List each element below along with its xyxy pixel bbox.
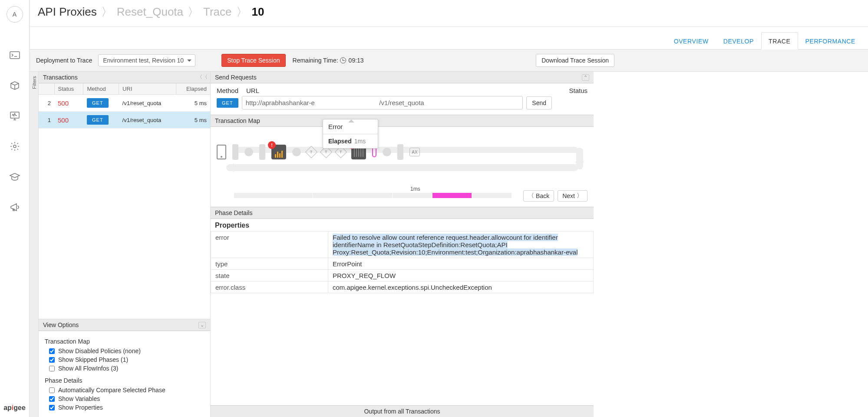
stop-trace-button[interactable]: Stop Trace Session [221, 54, 285, 67]
tooltip-title: Error [323, 119, 378, 134]
filters-toggle[interactable]: Filters [30, 72, 39, 417]
chevron-down-icon[interactable]: ⌄ [198, 322, 206, 328]
trace-toolbar: Deployment to Trace Environment test, Re… [30, 50, 868, 72]
download-trace-button[interactable]: Download Trace Session [536, 54, 614, 67]
chevron-right-icon: 〉 [101, 4, 112, 20]
crumb-revision: 10 [252, 5, 264, 19]
method-button[interactable]: GET [217, 98, 238, 108]
content: Filters Transactions 〈〈 Status Meth [30, 72, 868, 417]
opt-disabled-policies[interactable]: Show Disabled Policies (none) [49, 348, 204, 354]
col-status: Status [54, 83, 83, 95]
analytics-icon[interactable]: AX [409, 148, 420, 156]
gear-icon[interactable] [9, 141, 20, 152]
method-badge: GET [87, 115, 109, 125]
clock-icon [340, 57, 346, 63]
properties-table: errorFailed to resolve allow count refer… [211, 231, 594, 293]
right-panel: Send Requests ⌃ Method URL Status GET ht… [211, 72, 594, 417]
opt-all-flowinfos[interactable]: Show All FlowInfos (3) [49, 365, 204, 372]
svg-point-2 [13, 145, 16, 148]
left-rail: A apigee [0, 0, 30, 417]
transactions-table: Status Method URI Elapsed 2 500 GET /v1/… [39, 83, 210, 129]
opt-show-variables[interactable]: Show Variables [49, 395, 204, 402]
transaction-map: Error Elapsed1ms ! T T [211, 127, 594, 173]
quota-policy-icon[interactable]: ! [271, 145, 286, 159]
crumb-proxy[interactable]: Reset_Quota [117, 5, 183, 19]
transactions-header: Transactions 〈〈 [39, 72, 210, 83]
deployment-label: Deployment to Trace [36, 57, 92, 64]
transaction-map-header: Transaction Map [211, 115, 594, 127]
environment-dropdown[interactable]: Environment test, Revision 10 [98, 54, 195, 66]
method-badge: GET [87, 98, 109, 108]
tab-develop[interactable]: DEVELOP [716, 32, 761, 50]
chevron-right-icon: 〉 [236, 4, 248, 20]
tabs-bar: OVERVIEW DEVELOP TRACE PERFORMANCE [30, 27, 868, 50]
method-label: Method [217, 87, 246, 94]
avatar[interactable]: A [7, 6, 23, 23]
chevron-up-icon[interactable]: ⌃ [582, 74, 589, 81]
collapse-left-icon[interactable]: 〈〈 [197, 73, 208, 81]
flow-bar [259, 144, 265, 160]
output-bar: Output from all Transactions [211, 405, 594, 417]
chevron-right-icon: 〉 [188, 4, 199, 20]
error-tooltip: Error Elapsed1ms [323, 119, 378, 149]
col-elapsed: Elapsed [176, 83, 210, 95]
flow-bar [397, 144, 403, 160]
left-panel: Filters Transactions 〈〈 Status Meth [30, 72, 211, 417]
crumb-root[interactable]: API Proxies [38, 5, 97, 19]
grad-cap-icon[interactable] [9, 171, 20, 182]
main: API Proxies 〉 Reset_Quota 〉 Trace 〉 10 O… [30, 0, 868, 417]
timeline[interactable]: 1ms [234, 193, 512, 199]
vo-tm-title: Transaction Map [45, 338, 204, 345]
remaining-time: Remaining Time: 09:13 [293, 57, 364, 64]
col-method: Method [83, 83, 119, 95]
breadcrumb: API Proxies 〉 Reset_Quota 〉 Trace 〉 10 [30, 0, 868, 27]
tab-trace[interactable]: TRACE [761, 32, 798, 50]
col-uri: URI [119, 83, 176, 95]
client-icon[interactable] [217, 145, 226, 159]
apigee-logo: apigee [3, 404, 26, 412]
chevron-right-icon: 〉 [577, 192, 583, 200]
property-row: typeErrorPoint [211, 258, 594, 270]
terminal-icon[interactable] [9, 50, 20, 61]
property-row: statePROXY_REQ_FLOW [211, 270, 594, 281]
megaphone-icon[interactable] [9, 202, 20, 213]
property-row: errorFailed to resolve allow count refer… [211, 232, 594, 258]
timeline-row: 1ms 〈Back Next〉 [211, 173, 594, 207]
url-label: URL [246, 87, 557, 94]
status-label: Status [557, 87, 587, 94]
send-requests-header: Send Requests ⌃ [211, 72, 594, 83]
error-badge-icon: ! [268, 141, 276, 149]
send-button[interactable]: Send [526, 96, 552, 109]
timeline-label: 1ms [410, 186, 420, 192]
opt-show-properties[interactable]: Show Properties [49, 404, 204, 411]
phase-details-header: Phase Details [211, 207, 594, 219]
chevron-left-icon: 〈 [528, 192, 534, 200]
flow-step[interactable] [383, 148, 391, 156]
flow-bar [232, 144, 238, 160]
crumb-section[interactable]: Trace [203, 5, 232, 19]
flow-step[interactable] [292, 148, 301, 156]
tab-performance[interactable]: PERFORMANCE [798, 32, 863, 50]
opt-auto-compare[interactable]: Automatically Compare Selected Phase [49, 387, 204, 394]
transaction-row[interactable]: 2 500 GET /v1/reset_quota 5 ms [39, 95, 210, 112]
property-row: error.classcom.apigee.kernel.exceptions.… [211, 281, 594, 293]
monitor-icon[interactable] [9, 110, 20, 122]
next-button[interactable]: Next〉 [558, 190, 587, 202]
properties-title: Properties [211, 219, 594, 231]
flow-step[interactable] [244, 148, 253, 156]
vo-pd-title: Phase Details [45, 377, 204, 384]
box-icon[interactable] [9, 80, 20, 91]
back-button[interactable]: 〈Back [523, 190, 554, 202]
svg-rect-0 [10, 52, 20, 59]
tab-overview[interactable]: OVERVIEW [667, 32, 716, 50]
view-options-header: View Options ⌄ [39, 319, 210, 331]
opt-skipped-phases[interactable]: Show Skipped Phases (1) [49, 356, 204, 363]
transaction-row[interactable]: 1 500 GET /v1/reset_quota 5 ms [39, 112, 210, 129]
url-input[interactable]: http://aprabhashankar-e /v1/reset_quota [242, 96, 523, 109]
view-options: View Options ⌄ Transaction Map Show Disa… [39, 319, 210, 417]
